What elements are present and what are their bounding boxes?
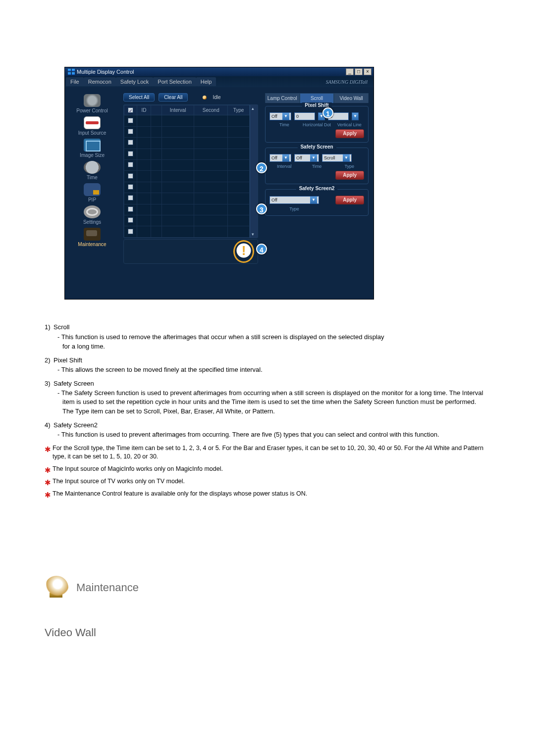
chevron-down-icon: ▼	[282, 154, 289, 161]
sidebar-item-label: Settings	[83, 219, 101, 225]
sidebar-item-label: Time	[87, 175, 98, 180]
grid-row[interactable]	[124, 160, 250, 171]
menu-file[interactable]: File	[66, 77, 84, 86]
sidebar-item-maintenance[interactable]: Maintenance	[68, 228, 116, 247]
workspace: Power Control Input Source Image Size Ti…	[65, 87, 374, 299]
warning-icon	[235, 242, 253, 261]
select-all-button[interactable]: Select All	[123, 93, 155, 101]
app-window: Multiple Display Control _ □ × File Remo…	[64, 67, 374, 300]
grid-row[interactable]	[124, 126, 250, 137]
sidebar-item-label: PIP	[88, 197, 96, 202]
tab-scroll[interactable]: Scroll	[300, 93, 334, 103]
menu-remocon[interactable]: Remocon	[84, 77, 116, 86]
safety2-type-select[interactable]: Off▼	[269, 196, 319, 204]
maximize-button[interactable]: □	[355, 68, 363, 75]
sidebar-item-label: Image Size	[80, 152, 105, 158]
grid-row[interactable]	[124, 182, 250, 193]
menu-help[interactable]: Help	[196, 77, 216, 86]
safety-type-select[interactable]: Scroll▼	[322, 154, 352, 162]
sidebar-item-time[interactable]: Time	[68, 161, 116, 180]
close-button[interactable]: ×	[364, 68, 372, 75]
annotation-badge-1: 1	[322, 107, 333, 118]
pixel-shift-hdot-input[interactable]: 0	[294, 112, 315, 120]
menubar: File Remocon Safety Lock Port Selection …	[65, 76, 374, 87]
grid-header-id[interactable]: ID	[137, 105, 151, 115]
right-panel: Lamp Control Scroll Video Wall Pixel Shi…	[262, 87, 374, 299]
sidebar-item-settings[interactable]: Settings	[68, 205, 116, 225]
chevron-down-icon: ▼	[310, 154, 317, 161]
document-body: 1)Scroll - This function is used to remo…	[45, 323, 485, 498]
window-title: Multiple Display Control	[77, 69, 134, 75]
safety2-apply-button[interactable]: Apply	[335, 196, 364, 204]
grid-row[interactable]	[124, 138, 250, 149]
annotation-badge-2: 2	[256, 162, 267, 173]
safety-apply-button[interactable]: Apply	[335, 171, 364, 180]
pixel-shift-hdot-label: Horizontal Dot	[302, 122, 332, 127]
doc-item-4: 4)Safety Screen2 - This function is used…	[45, 421, 485, 439]
annotation-badge-3: 3	[256, 203, 267, 214]
gear-icon	[84, 205, 101, 218]
annotation-badge-4: 4	[256, 244, 267, 254]
power-icon	[84, 94, 101, 107]
safety-type-label: Type	[334, 164, 364, 169]
group-safety-screen: Safety Screen Off▼ Off▼ Scroll▼ Interval…	[265, 148, 369, 184]
sidebar-item-label: Input Source	[78, 130, 107, 136]
grid-row[interactable]	[124, 171, 250, 182]
chevron-down-icon: ▼	[352, 113, 358, 120]
pixel-shift-time-select[interactable]: Off▼	[269, 112, 291, 120]
grid-header-type[interactable]: Type	[228, 105, 250, 115]
note-3: The Input source of TV works only on TV …	[45, 477, 485, 486]
tab-video-wall[interactable]: Video Wall	[334, 93, 369, 103]
safety-interval-select[interactable]: Off▼	[269, 154, 291, 162]
grid-row[interactable]	[124, 204, 250, 215]
menu-port-selection[interactable]: Port Selection	[153, 77, 196, 86]
safety-time-label: Time	[302, 164, 332, 169]
display-grid: ID Interval Second Type	[123, 104, 258, 238]
group-legend: Safety Screen	[297, 144, 336, 150]
grid-row[interactable]	[124, 193, 250, 204]
sidebar-item-input-source[interactable]: Input Source	[68, 116, 116, 136]
clock-icon	[84, 161, 101, 174]
right-tabs: Lamp Control Scroll Video Wall	[265, 93, 369, 103]
sidebar-item-power-control[interactable]: Power Control	[68, 94, 116, 113]
pixel-shift-vline-arrow[interactable]: ▼	[352, 112, 359, 120]
app-icon	[68, 69, 75, 75]
safety2-type-label: Type	[269, 206, 319, 211]
note-4: The Maintenance Control feature is avail…	[45, 490, 485, 498]
note-2: The Input source of MagicInfo works only…	[45, 465, 485, 473]
menu-safety-lock[interactable]: Safety Lock	[116, 77, 153, 86]
chevron-down-icon: ▼	[310, 197, 317, 203]
pixel-shift-vline-label: Vertical Line	[334, 122, 364, 127]
pixel-shift-time-label: Time	[269, 122, 299, 127]
sidebar-item-pip[interactable]: PIP	[68, 183, 116, 202]
minimize-button[interactable]: _	[346, 68, 354, 75]
grid-row[interactable]	[124, 115, 250, 126]
grid-header-interval[interactable]: Interval	[162, 105, 194, 115]
tab-lamp-control[interactable]: Lamp Control	[265, 93, 300, 103]
section-heading: Maintenance	[76, 581, 139, 594]
grid-header-check[interactable]	[124, 105, 137, 115]
grid-header-row: ID Interval Second Type	[124, 105, 250, 115]
sidebar: Power Control Input Source Image Size Ti…	[65, 87, 119, 299]
lamp-icon	[45, 576, 68, 600]
idle-indicator-icon	[203, 96, 207, 100]
grid-row[interactable]	[124, 149, 250, 159]
safety-time-select[interactable]: Off▼	[294, 154, 319, 162]
sidebar-item-image-size[interactable]: Image Size	[68, 139, 116, 158]
info-bar	[123, 239, 258, 264]
clear-all-button[interactable]: Clear All	[159, 93, 188, 101]
grid-scrollbar[interactable]	[250, 105, 258, 238]
section-subheading: Video Wall	[45, 626, 96, 639]
grid-row[interactable]	[124, 226, 250, 238]
maintenance-icon	[84, 228, 101, 241]
sidebar-item-label: Power Control	[76, 108, 107, 113]
group-legend: Safety Screen2	[296, 186, 338, 191]
grid-row[interactable]	[124, 215, 250, 226]
grid-header-status[interactable]	[151, 105, 162, 115]
grid-header-second[interactable]: Second	[194, 105, 228, 115]
idle-label: Idle	[213, 95, 220, 100]
group-safety-screen2: Safety Screen2 Off▼ Apply Type	[265, 189, 369, 216]
chevron-down-icon: ▼	[282, 113, 289, 120]
image-size-icon	[84, 139, 101, 151]
pixel-shift-apply-button[interactable]: Apply	[335, 129, 364, 138]
